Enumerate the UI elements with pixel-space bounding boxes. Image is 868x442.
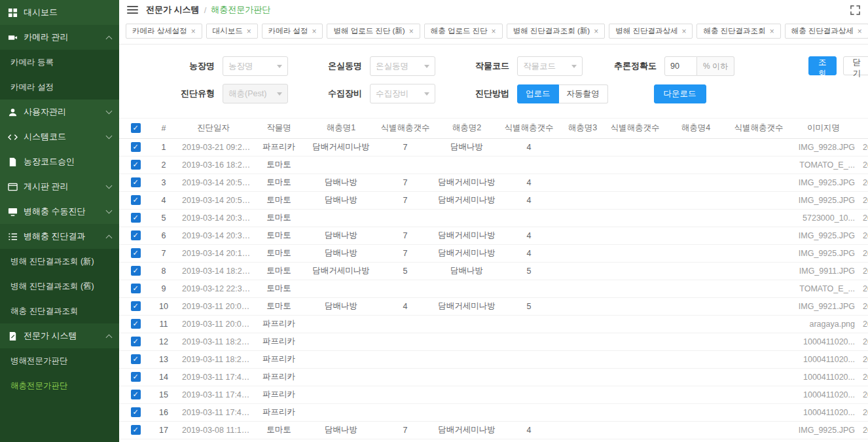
tab-4[interactable]: 해충 업로드 진단× <box>424 24 503 39</box>
table-row[interactable]: ✓122019-03-11 18:22:20파프리카1000411020...2… <box>119 333 868 350</box>
tab-7[interactable]: 해충 진단결과조회× <box>696 24 780 39</box>
crop-code-select[interactable]: 작물코드 <box>517 56 583 76</box>
row-checkbox[interactable]: ✓ <box>131 213 141 223</box>
cell-crop: 파프리카 <box>251 350 306 368</box>
cell-checkbox: ✓ <box>119 333 152 350</box>
row-checkbox[interactable]: ✓ <box>131 266 141 276</box>
farm-name-label: 농장명 <box>160 60 223 72</box>
table-row[interactable]: ✓32019-03-14 20:59:38토마토담배나방7담배거세미나방4IMG… <box>119 174 868 191</box>
tab-close-icon[interactable]: × <box>681 28 686 35</box>
method-upload-button[interactable]: 업로드 <box>517 84 559 103</box>
tab-close-icon[interactable]: × <box>312 28 316 35</box>
sidebar-item-diagnosis-results[interactable]: 병해충 진단결과 <box>0 224 119 249</box>
sidebar-item-camera-mgmt[interactable]: 카메라 관리 <box>0 25 119 50</box>
row-checkbox[interactable]: ✓ <box>131 177 141 187</box>
row-checkbox[interactable]: ✓ <box>131 230 141 240</box>
table-row[interactable]: ✓152019-03-11 17:44:33파프리카1000411020...2… <box>119 386 868 403</box>
cell-pest1 <box>306 350 376 368</box>
close-button[interactable]: 닫기 <box>843 56 868 75</box>
table-row[interactable]: ✓72019-03-14 20:13:53토마토담배나방7담배거세미나방4IMG… <box>119 244 868 262</box>
row-checkbox[interactable]: ✓ <box>131 390 141 399</box>
sidebar-item-disease-results-new[interactable]: 병해 진단결과조회 (新) <box>0 249 119 274</box>
table-row[interactable]: ✓172019-03-08 11:17:59토마토담배나방7담배거세미나방4IM… <box>119 421 868 439</box>
column-header: # <box>152 119 175 138</box>
sidebar-item-pest-expert[interactable]: 해충전문가판단 <box>0 373 119 398</box>
table-row[interactable]: ✓112019-03-11 20:02:41파프리카aragaya.png201… <box>119 315 868 333</box>
row-checkbox[interactable]: ✓ <box>131 248 141 258</box>
sidebar-item-dashboard[interactable]: 대시보드 <box>0 0 119 25</box>
breadcrumb-separator: / <box>204 5 207 15</box>
method-autocapture-button[interactable]: 자동촬영 <box>559 84 608 103</box>
row-checkbox[interactable]: ✓ <box>131 319 141 329</box>
row-checkbox[interactable]: ✓ <box>131 354 141 364</box>
cell-pest4 <box>664 174 728 191</box>
sidebar-item-farm-code-approval[interactable]: 농장코드승인 <box>0 149 119 174</box>
sidebar-item-pest-results[interactable]: 해충 진단결과조회 <box>0 299 119 323</box>
cell-pest1: 담배나방 <box>306 191 376 209</box>
tab-close-icon[interactable]: × <box>594 28 598 35</box>
tab-2[interactable]: 카메라 설정× <box>262 24 323 39</box>
table-row[interactable]: ✓62019-03-14 20:31:03토마토담배나방7담배거세미나방4IMG… <box>119 227 868 244</box>
cell-img: 5723000_10... <box>789 209 858 227</box>
sidebar-item-expert-system[interactable]: 전문가 시스템 <box>0 323 119 348</box>
table-row[interactable]: ✓142019-03-11 17:46:58파프리카1000411020...2… <box>119 368 868 386</box>
search-button[interactable]: 조회 <box>808 56 837 75</box>
select-all-checkbox[interactable]: ✓ <box>131 123 141 133</box>
row-checkbox[interactable]: ✓ <box>131 195 141 205</box>
table-row[interactable]: ✓92019-03-12 22:34:44토마토TOMATO_E_...2019 <box>119 280 868 297</box>
table-row[interactable]: ✓52019-03-14 20:38:56토마토5723000_10...201… <box>119 209 868 227</box>
sidebar-item-camera-settings[interactable]: 카메라 설정 <box>0 75 119 100</box>
tab-3[interactable]: 병해 업로드 진단 (新)× <box>327 24 420 39</box>
tab-1[interactable]: 대시보드× <box>206 24 258 39</box>
tab-close-icon[interactable]: × <box>191 28 196 35</box>
table-row[interactable]: ✓12019-03-21 09:22:00파프리카담배거세미나방7담배나방4IM… <box>119 138 868 156</box>
sidebar-item-board-mgmt[interactable]: 게시판 관리 <box>0 174 119 199</box>
table-row[interactable]: ✓102019-03-11 20:04:40토마토담배나방4담배거세미나방5IM… <box>119 297 868 315</box>
sidebar-item-camera-register[interactable]: 카메라 등록 <box>0 50 119 75</box>
menu-toggle-icon[interactable] <box>127 6 138 14</box>
row-checkbox[interactable]: ✓ <box>131 160 141 170</box>
row-checkbox[interactable]: ✓ <box>131 372 141 382</box>
cell-pest3 <box>559 244 606 262</box>
tab-5[interactable]: 병해 진단결과조회 (新)× <box>507 24 606 39</box>
cell-reg: 2019 <box>858 368 868 386</box>
cell-pest4 <box>664 262 728 280</box>
cell-pest1: 담배나방 <box>306 174 376 191</box>
table-row[interactable]: ✓132019-03-11 18:22:03파프리카1000411020...2… <box>119 350 868 368</box>
cell-pest3 <box>559 421 606 439</box>
sidebar-item-user-mgmt[interactable]: 사용자관리 <box>0 100 119 124</box>
row-checkbox[interactable]: ✓ <box>131 425 141 435</box>
cell-cnt3 <box>606 156 664 174</box>
row-checkbox[interactable]: ✓ <box>131 284 141 293</box>
sidebar-item-manual-diagnosis[interactable]: 병해충 수동진단 <box>0 199 119 224</box>
download-button[interactable]: 다운로드 <box>654 84 706 103</box>
cell-checkbox: ✓ <box>119 297 152 315</box>
sidebar-item-system-code[interactable]: 시스템코드 <box>0 124 119 149</box>
table-row[interactable]: ✓22019-03-16 18:24:43토마토TOMATO_E_...2019 <box>119 156 868 174</box>
tab-6[interactable]: 병해 진단결과상세× <box>609 24 693 39</box>
accuracy-input[interactable] <box>664 56 697 76</box>
greenhouse-select[interactable]: 온실동명 <box>370 56 435 76</box>
tab-close-icon[interactable]: × <box>247 28 251 35</box>
tab-close-icon[interactable]: × <box>492 28 496 35</box>
tab-close-icon[interactable]: × <box>858 28 862 35</box>
row-checkbox[interactable]: ✓ <box>131 337 141 346</box>
table-row[interactable]: ✓42019-03-14 20:58:46토마토담배나방7담배거세미나방4IMG… <box>119 191 868 209</box>
row-checkbox[interactable]: ✓ <box>131 142 141 152</box>
fullscreen-icon[interactable] <box>850 5 860 15</box>
tab-close-icon[interactable]: × <box>409 28 414 35</box>
sidebar-item-disease-results-old[interactable]: 병해 진단결과조회 (舊) <box>0 274 119 299</box>
diagnosis-type-select[interactable]: 해충(Pest) <box>223 84 288 103</box>
row-checkbox[interactable]: ✓ <box>131 407 141 417</box>
tab-close-icon[interactable]: × <box>770 28 774 35</box>
tab-8[interactable]: 해충 진단결과상세× <box>785 24 868 39</box>
tab-0[interactable]: 카메라 상세설정× <box>126 24 202 39</box>
sidebar-item-disease-expert[interactable]: 병해전문가판단 <box>0 348 119 373</box>
farm-name-select[interactable]: 농장명 <box>223 56 288 76</box>
row-checkbox[interactable]: ✓ <box>131 301 141 311</box>
table-row[interactable]: ✓82019-03-14 18:25:32토마토담배거세미나방5담배나방5IMG… <box>119 262 868 280</box>
cell-cnt1: 4 <box>376 297 435 315</box>
monitor-icon <box>8 207 18 217</box>
device-select[interactable]: 수집장비 <box>370 84 435 103</box>
table-row[interactable]: ✓162019-03-11 17:43:34파프리카1000411020...2… <box>119 403 868 421</box>
